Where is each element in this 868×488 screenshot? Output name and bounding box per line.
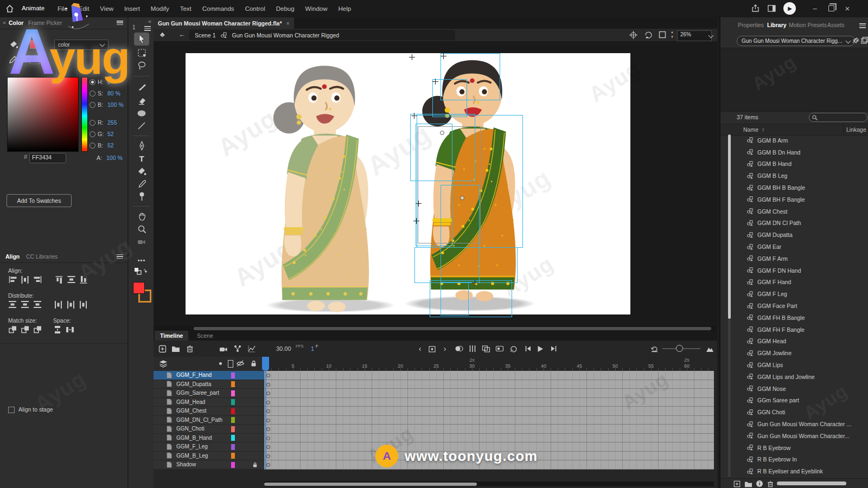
timeline-layer-row[interactable]: GGN_Choti: [154, 425, 264, 434]
library-item[interactable]: GGM B Hand: [720, 158, 868, 170]
edit-symbols-icon[interactable]: ♣: [160, 30, 165, 38]
library-item[interactable]: GGM Dupatta: [720, 229, 868, 241]
tab-timeline[interactable]: Timeline: [155, 331, 188, 341]
tab-assets[interactable]: Assets: [827, 22, 845, 28]
timeline-layer-row[interactable]: GGM_F_Hand: [154, 371, 264, 380]
layer-frame-span[interactable]: [264, 407, 714, 416]
transform-point[interactable]: [416, 201, 422, 207]
distribute-left-icon[interactable]: [54, 301, 63, 309]
keyframe-dot[interactable]: [266, 419, 270, 422]
column-name[interactable]: Name: [743, 126, 758, 133]
layer-frame-span[interactable]: [264, 442, 714, 452]
align-middle-icon[interactable]: [67, 276, 76, 284]
library-item[interactable]: GGM F Leg: [720, 288, 868, 300]
align-to-stage-checkbox[interactable]: [8, 407, 15, 413]
eyedropper-tool[interactable]: [134, 177, 149, 190]
b-value[interactable]: 100 %: [107, 101, 124, 108]
pen-tool[interactable]: [134, 139, 149, 152]
color-gradient-picker[interactable]: [7, 77, 79, 152]
menu-item[interactable]: Commands: [197, 5, 240, 12]
show-all-dot-icon[interactable]: [219, 362, 222, 365]
library-item[interactable]: GGM BH B Bangle: [720, 182, 868, 194]
menu-item[interactable]: Modify: [145, 5, 175, 12]
panel-menu-icon[interactable]: [859, 23, 866, 28]
oval-tool[interactable]: [134, 107, 149, 120]
rotate-view-icon[interactable]: [644, 31, 653, 39]
tab-align[interactable]: Align: [5, 253, 20, 260]
tools-menu-icon[interactable]: [144, 26, 151, 31]
library-item[interactable]: GGM Face Part: [720, 300, 868, 312]
onion-skin-button[interactable]: [453, 343, 465, 355]
edit-multiple-frames-button[interactable]: [480, 343, 492, 355]
keyframe-dot[interactable]: [266, 463, 270, 467]
brush-tool[interactable]: [134, 80, 149, 93]
fill-color-well[interactable]: [133, 282, 145, 294]
timeline-layer-row[interactable]: GGm_Saree_part: [154, 389, 264, 398]
sort-ascending-icon[interactable]: ↑: [762, 126, 764, 133]
distribute-middle-icon[interactable]: [21, 301, 30, 309]
layer-frame-span[interactable]: [264, 452, 714, 461]
library-hscrollbar-thumb[interactable]: [777, 481, 846, 485]
stage-pasteboard[interactable]: Ayug Ayug Ayug Ayug Ayug Ayug: [154, 41, 717, 326]
properties-button[interactable]: i: [756, 480, 763, 487]
keyframe-dot[interactable]: [266, 383, 270, 387]
close-button[interactable]: ×: [840, 0, 855, 16]
play-button[interactable]: [534, 343, 546, 355]
keyframe-dot[interactable]: [266, 436, 270, 440]
layer-color-chip[interactable]: [231, 444, 235, 450]
radio-s[interactable]: [90, 91, 95, 97]
library-item[interactable]: GGm Saree part: [720, 395, 868, 407]
stage-hscrollbar[interactable]: [154, 326, 717, 331]
camera-button[interactable]: [218, 343, 229, 355]
stage-character-left[interactable]: [259, 57, 389, 318]
swap-colors-icon[interactable]: [134, 267, 148, 276]
delete-item-button[interactable]: [767, 480, 774, 488]
home-icon[interactable]: [5, 4, 14, 13]
layer-frame-span[interactable]: [264, 398, 714, 407]
stage-canvas[interactable]: Ayug Ayug Ayug Ayug Ayug Ayug: [186, 53, 630, 314]
layer-color-chip[interactable]: [231, 390, 235, 396]
next-keyframe-button[interactable]: ›: [439, 343, 451, 355]
panel-menu-icon[interactable]: [117, 254, 123, 259]
keyframe-dot[interactable]: [266, 391, 270, 395]
layer-frame-span[interactable]: [264, 425, 714, 434]
line-tool[interactable]: [134, 119, 149, 132]
library-item[interactable]: GGM Nose: [720, 383, 868, 395]
lasso-tool[interactable]: [134, 59, 149, 72]
tab-scene[interactable]: Scene: [192, 331, 219, 341]
camera-tool[interactable]: [134, 235, 149, 248]
selection-rect[interactable]: [432, 79, 467, 117]
scrollbar-thumb[interactable]: [264, 483, 477, 486]
keyframe-dot[interactable]: [266, 454, 270, 458]
radio-h[interactable]: [90, 79, 95, 85]
menu-item[interactable]: View: [94, 5, 119, 12]
library-item[interactable]: Gun Gun Mousi Woman Character...: [720, 430, 868, 442]
radio-g[interactable]: [90, 131, 95, 137]
space-horizontal-icon[interactable]: [66, 326, 75, 333]
collapse-icon[interactable]: «: [148, 18, 151, 24]
keyframe-dot[interactable]: [266, 427, 270, 431]
center-frame-icon[interactable]: [629, 31, 637, 39]
zoom-spinner[interactable]: ▲▼: [671, 30, 674, 40]
layer-color-chip[interactable]: [231, 399, 235, 405]
transform-point[interactable]: [441, 53, 446, 59]
selection-tool[interactable]: [134, 33, 149, 46]
timeline-layer-row[interactable]: GGM_Head: [154, 398, 264, 407]
loop-button[interactable]: [508, 343, 520, 355]
timeline-hscrollbar[interactable]: [264, 481, 714, 486]
timeline-layer-row[interactable]: GGM_F_Leg: [154, 442, 264, 452]
match-height-icon[interactable]: [21, 326, 30, 333]
clip-content-icon[interactable]: [659, 31, 666, 38]
hex-input[interactable]: FF3434: [29, 153, 66, 163]
library-item[interactable]: GGM F Arm: [720, 253, 868, 265]
menu-item[interactable]: Help: [333, 5, 357, 12]
reset-timeline-zoom-button[interactable]: [648, 343, 660, 355]
playhead[interactable]: [262, 357, 269, 370]
layer-frame-span[interactable]: [264, 434, 714, 443]
delete-layer-button[interactable]: [184, 343, 196, 355]
timeline-layer-row[interactable]: GGM_Dupatta: [154, 380, 264, 389]
layer-frame-span[interactable]: [264, 460, 714, 470]
minimize-button[interactable]: –: [807, 0, 822, 16]
layer-frame-span[interactable]: [264, 371, 714, 380]
layer-color-chip[interactable]: [231, 373, 235, 378]
